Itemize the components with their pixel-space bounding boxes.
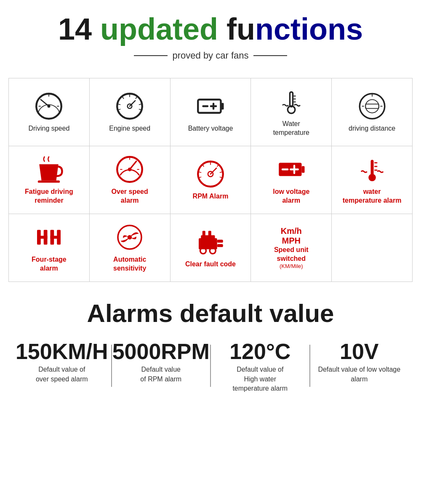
cell-engine-speed: Engine speed (90, 78, 171, 146)
alarms-title: Alarms default value (8, 299, 413, 328)
rpm-alarm-icon (196, 159, 225, 189)
svg-line-9 (136, 97, 137, 99)
svg-point-2 (48, 105, 51, 107)
over-speed-icon (115, 155, 144, 184)
cell-clear-fault: Clear fault code (171, 214, 251, 281)
alarm-item-voltage: 10V Default value of low voltagealarm (310, 340, 409, 384)
dash-left (134, 55, 168, 56)
rpm-alarm-label: RPM Alarm (193, 192, 229, 201)
svg-point-27 (365, 99, 379, 113)
cell-fatigue-driving: Fatigue drivingreminder (9, 146, 90, 214)
speedometer-icon (34, 91, 64, 121)
svg-rect-16 (198, 99, 221, 113)
cell-water-temperature: Watertemperature (251, 78, 332, 146)
driving-distance-label: driving distance (349, 124, 395, 133)
cell-low-voltage: low voltagealarm (251, 146, 332, 214)
alarm-rpm-desc: Default valueof RPM alarm (140, 365, 181, 384)
subtitle-line: proved by car fans (8, 50, 413, 61)
svg-line-12 (118, 104, 120, 105)
main-title: 14 updated functions (8, 13, 413, 46)
odometer-icon (357, 91, 387, 121)
header: 14 updated functions proved by car fans (0, 0, 421, 74)
cell-empty (332, 214, 412, 281)
water-temp-alarm-icon (357, 155, 387, 184)
low-voltage-icon (277, 155, 306, 184)
speed-unit-kmh: Km/h (281, 226, 302, 236)
title-updated: updated (100, 12, 226, 46)
alarm-item-speed: 150KM/H Default value ofover speed alarm (13, 340, 111, 384)
grid-row-3: Four-stagealarm Automaticsensitivity (9, 214, 412, 281)
battery-icon (196, 91, 225, 121)
title-14: 14 (58, 12, 100, 46)
svg-line-15 (130, 101, 135, 106)
svg-rect-50 (301, 166, 304, 173)
svg-rect-61 (37, 236, 48, 239)
cell-driving-distance: driving distance (332, 78, 412, 146)
svg-rect-55 (370, 160, 373, 176)
svg-rect-69 (203, 231, 205, 236)
svg-rect-32 (38, 181, 60, 183)
alarm-item-temp: 120°C Default value ofHigh watertemperat… (211, 340, 309, 393)
coffee-cup-icon (34, 155, 64, 184)
alarm-voltage-value: 10V (340, 340, 379, 362)
speed-unit-sub: (KM/Mile) (280, 263, 303, 269)
alarm-speed-value: 150KM/H (16, 340, 108, 362)
water-temp-icon (277, 87, 306, 116)
svg-rect-28 (365, 104, 379, 109)
clear-fault-label: Clear fault code (185, 260, 236, 269)
speed-unit-mph: MPH (282, 236, 301, 246)
four-stage-icon (34, 223, 64, 252)
svg-rect-17 (221, 103, 224, 110)
speed-unit-switched: Speed unitswitched (274, 246, 309, 263)
alarms-section: Alarms default value 150KM/H Default val… (0, 286, 421, 402)
alarm-item-rpm: 5000RPM Default valueof RPM alarm (112, 340, 210, 384)
features-grid: Driving speed Engine speed (8, 78, 413, 282)
svg-rect-70 (208, 231, 211, 236)
engine-speed-label: Engine speed (109, 124, 150, 133)
svg-rect-64 (51, 236, 61, 239)
title-fu: fu (226, 12, 255, 46)
grid-row-2: Fatigue drivingreminder Over speedalarm (9, 146, 412, 214)
cell-speed-unit: Km/h MPH Speed unitswitched (KM/Mile) (251, 214, 332, 281)
water-temperature-label: Watertemperature (273, 120, 309, 137)
grid-row-1: Driving speed Engine speed (9, 78, 412, 146)
cell-over-speed: Over speedalarm (90, 146, 171, 214)
svg-point-66 (128, 235, 132, 240)
svg-line-14 (123, 97, 124, 99)
low-voltage-label: low voltagealarm (273, 188, 309, 205)
alarm-temp-desc: Default value ofHigh watertemperature al… (232, 365, 288, 393)
dash-right (253, 55, 287, 56)
cell-driving-speed: Driving speed (9, 78, 90, 146)
auto-sensitivity-label: Automaticsensitivity (113, 255, 146, 273)
svg-line-43 (220, 172, 222, 173)
svg-rect-71 (217, 240, 223, 243)
fatigue-driving-label: Fatigue drivingreminder (25, 188, 73, 205)
svg-rect-72 (217, 244, 223, 247)
svg-line-45 (199, 172, 201, 173)
driving-speed-label: Driving speed (28, 124, 69, 133)
alarm-voltage-desc: Default value of low voltagealarm (318, 365, 400, 384)
title-nctions: nctions (255, 12, 363, 46)
svg-rect-22 (290, 92, 293, 107)
fault-code-icon (196, 227, 225, 257)
cell-auto-sensitivity: Automaticsensitivity (90, 214, 171, 281)
alarms-values: 150KM/H Default value ofover speed alarm… (8, 340, 413, 393)
alarm-temp-value: 120°C (229, 340, 290, 362)
rpm-gauge-icon (115, 91, 144, 121)
battery-voltage-label: Battery voltage (188, 124, 233, 133)
cell-rpm-alarm: RPM Alarm (171, 146, 251, 214)
alarm-speed-desc: Default value ofover speed alarm (36, 365, 88, 384)
four-stage-label: Four-stagealarm (32, 255, 67, 273)
cell-four-stage: Four-stagealarm (9, 214, 90, 281)
subtitle-text: proved by car fans (173, 50, 249, 61)
cell-water-temp-alarm: watertemperature alarm (332, 146, 412, 214)
water-temp-alarm-label: watertemperature alarm (343, 188, 402, 205)
cell-battery-voltage: Battery voltage (171, 78, 251, 146)
svg-line-10 (139, 104, 141, 105)
alarm-rpm-value: 5000RPM (112, 340, 210, 362)
auto-sensitivity-icon (115, 223, 144, 252)
over-speed-label: Over speedalarm (112, 188, 148, 205)
